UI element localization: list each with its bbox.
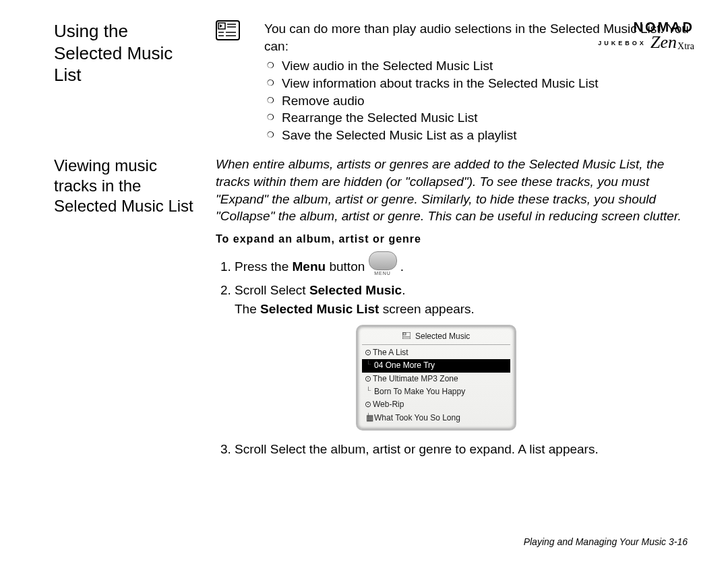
section-heading: Using the Selected Music List bbox=[54, 20, 195, 144]
bullet-item: View audio in the Selected Music List bbox=[282, 57, 694, 75]
svg-marker-2 bbox=[220, 24, 222, 28]
brand-xtra: Xtra bbox=[677, 42, 694, 51]
list-item: ▦What Took You So Long bbox=[362, 412, 510, 425]
section-viewing-tracks: Viewing music tracks in the Selected Mus… bbox=[54, 156, 694, 464]
expand-subhead: To expand an album, artist or genre bbox=[216, 232, 694, 247]
brand-jukebox: JUKEBOX bbox=[598, 40, 646, 46]
steps-list: Press the Menu button MENU . Scroll Sele… bbox=[216, 257, 694, 459]
section-heading-text: Using the Selected Music List bbox=[54, 21, 173, 85]
section2-content: When entire albums, artists or genres ar… bbox=[216, 156, 694, 464]
svg-rect-10 bbox=[403, 333, 406, 335]
list-icon bbox=[216, 20, 240, 144]
step-2: Scroll Select Selected Music. The Select… bbox=[235, 281, 694, 431]
svg-rect-9 bbox=[402, 332, 411, 339]
device-title: Selected Music bbox=[362, 331, 510, 345]
step-3: Scroll Select the album, artist or genre… bbox=[235, 440, 694, 459]
svg-rect-0 bbox=[216, 21, 239, 40]
bullet-item: Rearrange the Selected Music List bbox=[282, 109, 694, 127]
step-1: Press the Menu button MENU . bbox=[235, 257, 694, 276]
brand-nomad: NOMAD bbox=[598, 20, 694, 34]
brand-zen: Zen bbox=[650, 34, 677, 51]
page-footer: Playing and Managing Your Music 3-16 bbox=[524, 536, 688, 547]
bullet-item: View information about tracks in the Sel… bbox=[282, 75, 694, 92]
list-item: 04 One More Try bbox=[362, 359, 510, 372]
list-item: Born To Make You Happy bbox=[362, 385, 510, 398]
device-screenshot: Selected Music ⊙The A List 04 One More T… bbox=[356, 325, 516, 431]
bullet-item: Remove audio bbox=[282, 92, 694, 110]
section2-heading: Viewing music tracks in the Selected Mus… bbox=[54, 156, 195, 464]
device-header-icon bbox=[402, 331, 411, 342]
brand-logo: NOMAD JUKEBOX ZenXtra bbox=[598, 20, 694, 51]
menu-button-icon: MENU bbox=[369, 251, 397, 270]
bullet-item: Save the Selected Music List as a playli… bbox=[282, 127, 694, 144]
list-item: ⊙The Ultimate MP3 Zone bbox=[362, 373, 510, 385]
list-item: ⊙The A List bbox=[362, 346, 510, 359]
section1-bullets: View audio in the Selected Music List Vi… bbox=[264, 57, 694, 144]
section2-paragraph: When entire albums, artists or genres ar… bbox=[216, 156, 694, 225]
list-item: ⊙Web-Rip bbox=[362, 398, 510, 411]
